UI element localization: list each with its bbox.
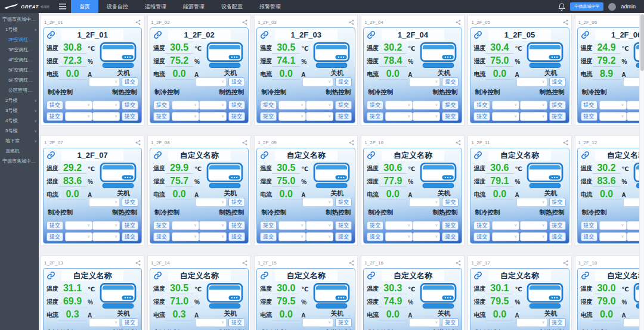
link-icon[interactable]	[153, 151, 162, 160]
power-submit-button[interactable]: 提交	[335, 198, 352, 207]
power-select[interactable]	[516, 77, 547, 86]
share-icon[interactable]	[563, 140, 568, 145]
heating-select[interactable]	[413, 232, 440, 241]
heating-select[interactable]	[199, 232, 227, 241]
heating-submit-button[interactable]: 提交	[549, 221, 566, 230]
cooling-submit-button[interactable]: 提交	[47, 112, 63, 121]
nav-item[interactable]: 能源管理	[175, 0, 213, 13]
power-submit-button[interactable]: 提交	[122, 318, 138, 327]
heating-select[interactable]	[306, 112, 333, 121]
heating-select[interactable]	[520, 101, 547, 110]
cooling-select[interactable]	[599, 221, 627, 230]
heating-submit-button[interactable]: 提交	[335, 221, 352, 230]
sidebar-item[interactable]: 5号楼 ∨	[0, 126, 39, 136]
link-icon[interactable]	[153, 30, 162, 39]
power-select[interactable]	[196, 77, 227, 86]
org-badge[interactable]: 宁德蕉城中学	[570, 2, 603, 11]
heating-submit-button[interactable]: 提交	[335, 232, 352, 241]
power-select[interactable]	[302, 198, 333, 207]
cooling-submit-button[interactable]: 提交	[153, 112, 170, 121]
sidebar-item[interactable]: 公区照明模块	[0, 85, 39, 95]
share-icon[interactable]	[456, 140, 461, 145]
sidebar-item[interactable]: 宁德市蕉城中学楼...	[0, 14, 39, 24]
cooling-submit-button[interactable]: 提交	[367, 232, 383, 241]
cooling-select[interactable]	[599, 232, 627, 241]
cooling-submit-button[interactable]: 提交	[260, 221, 277, 230]
share-icon[interactable]	[349, 260, 354, 266]
bell-icon[interactable]	[558, 3, 565, 11]
sidebar-item[interactable]: 2号楼 ∨	[0, 95, 39, 105]
power-select[interactable]	[89, 318, 120, 327]
power-submit-button[interactable]: 提交	[228, 77, 245, 86]
power-select[interactable]	[196, 198, 227, 207]
share-icon[interactable]	[456, 20, 461, 25]
power-submit-button[interactable]: 提交	[228, 318, 245, 327]
nav-item[interactable]: 报警管理	[251, 0, 289, 13]
heating-select[interactable]	[413, 112, 440, 121]
heating-select[interactable]	[92, 101, 120, 110]
sidebar-item[interactable]: 宁德市蕉城中学配...	[0, 156, 39, 166]
share-icon[interactable]	[135, 260, 141, 266]
nav-item[interactable]: 设备配置	[213, 0, 251, 13]
cooling-select[interactable]	[278, 101, 306, 110]
power-select[interactable]	[302, 318, 333, 327]
cooling-submit-button[interactable]: 提交	[581, 101, 597, 110]
cooling-submit-button[interactable]: 提交	[153, 221, 170, 230]
power-select[interactable]	[409, 77, 440, 86]
power-select[interactable]	[302, 77, 333, 86]
cooling-select[interactable]	[492, 221, 519, 230]
link-icon[interactable]	[47, 271, 55, 280]
power-select[interactable]	[409, 198, 440, 207]
heating-submit-button[interactable]: 提交	[122, 112, 138, 121]
sidebar-item[interactable]: 直燃机	[0, 146, 39, 156]
cooling-submit-button[interactable]: 提交	[473, 232, 490, 241]
nav-item[interactable]: 首页	[71, 0, 98, 13]
share-icon[interactable]	[242, 20, 247, 25]
cooling-select[interactable]	[65, 232, 92, 241]
heating-submit-button[interactable]: 提交	[228, 221, 245, 230]
heating-select[interactable]	[199, 112, 227, 121]
heating-submit-button[interactable]: 提交	[442, 101, 459, 110]
cooling-submit-button[interactable]: 提交	[47, 232, 63, 241]
heating-select[interactable]	[520, 112, 547, 121]
username[interactable]: admin	[621, 4, 636, 10]
power-select[interactable]	[623, 77, 639, 86]
heating-select[interactable]	[627, 221, 639, 230]
scrollbar-thumb[interactable]	[640, 14, 644, 71]
cooling-submit-button[interactable]: 提交	[260, 101, 277, 110]
power-select[interactable]	[89, 77, 120, 86]
link-icon[interactable]	[581, 271, 590, 280]
heating-submit-button[interactable]: 提交	[549, 101, 566, 110]
heating-select[interactable]	[92, 112, 120, 121]
power-submit-button[interactable]: 提交	[335, 318, 352, 327]
heating-select[interactable]	[92, 232, 120, 241]
cooling-submit-button[interactable]: 提交	[473, 101, 490, 110]
sidebar-item[interactable]: 地下室 ∨	[0, 136, 39, 146]
heating-submit-button[interactable]: 提交	[549, 232, 566, 241]
cooling-submit-button[interactable]: 提交	[581, 221, 597, 230]
link-icon[interactable]	[581, 30, 590, 39]
sidebar-item[interactable]: 1号楼 ∧	[0, 24, 39, 35]
share-icon[interactable]	[135, 20, 141, 25]
cooling-select[interactable]	[385, 232, 413, 241]
power-submit-button[interactable]: 提交	[549, 77, 566, 86]
share-icon[interactable]	[456, 260, 461, 266]
heating-submit-button[interactable]: 提交	[122, 221, 138, 230]
link-icon[interactable]	[153, 271, 162, 280]
cooling-submit-button[interactable]: 提交	[473, 112, 490, 121]
cooling-select[interactable]	[278, 112, 306, 121]
heating-select[interactable]	[413, 221, 440, 230]
cooling-select[interactable]	[492, 232, 519, 241]
sidebar-item[interactable]: 3F空调红外控...	[0, 45, 39, 55]
cooling-submit-button[interactable]: 提交	[581, 232, 597, 241]
cooling-select[interactable]	[172, 112, 199, 121]
link-icon[interactable]	[260, 271, 269, 280]
sidebar-item[interactable]: 3号楼 ∨	[0, 105, 39, 116]
power-select[interactable]	[516, 198, 547, 207]
cooling-submit-button[interactable]: 提交	[47, 101, 63, 110]
sidebar-item[interactable]: 5F空调红外控...	[0, 65, 39, 75]
link-icon[interactable]	[367, 30, 376, 39]
sidebar-item[interactable]: 4F空调红外控...	[0, 55, 39, 65]
power-submit-button[interactable]: 提交	[549, 318, 566, 327]
power-submit-button[interactable]: 提交	[228, 198, 245, 207]
